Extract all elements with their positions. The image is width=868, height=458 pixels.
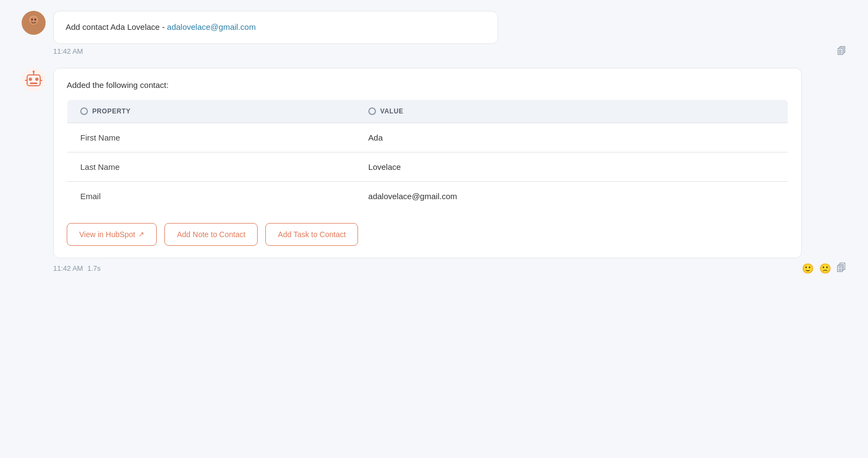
copy-icon[interactable]: 🗐 bbox=[837, 46, 846, 57]
table-row: Last Name Lovelace bbox=[67, 152, 788, 181]
property-header-label: PROPERTY bbox=[92, 107, 131, 115]
user-avatar bbox=[22, 11, 46, 35]
bot-timestamp-row: 11:42 AM 1.7s 🙂 🙁 🗐 bbox=[53, 263, 846, 275]
bot-intro-text: Added the following contact: bbox=[67, 80, 788, 90]
svg-rect-10 bbox=[30, 82, 37, 84]
user-message-timestamp-row: 11:42 AM 🗐 bbox=[53, 46, 846, 57]
value-circle-icon bbox=[368, 107, 376, 115]
contact-table: PROPERTY VALUE First Name bbox=[67, 99, 788, 211]
value-column-header: VALUE bbox=[355, 99, 788, 123]
add-note-label: Add Note to Contact bbox=[177, 230, 245, 239]
table-row: First Name Ada bbox=[67, 123, 788, 152]
message-prefix: Add contact Ada Lovelace - bbox=[66, 22, 167, 31]
add-note-button[interactable]: Add Note to Contact bbox=[164, 223, 258, 246]
add-task-button[interactable]: Add Task to Contact bbox=[265, 223, 358, 246]
user-message-bubble: Add contact Ada Lovelace - adalovelace@g… bbox=[53, 11, 498, 44]
svg-point-12 bbox=[33, 71, 35, 73]
property-cell: First Name bbox=[67, 123, 355, 152]
bot-message-bubble: Added the following contact: PROPERTY bbox=[53, 68, 802, 258]
svg-point-5 bbox=[35, 18, 36, 21]
thumbs-up-icon[interactable]: 🙂 bbox=[802, 263, 814, 275]
bot-timestamp: 11:42 AM bbox=[53, 264, 83, 272]
user-message-text: Add contact Ada Lovelace - adalovelace@g… bbox=[66, 22, 256, 31]
user-timestamp: 11:42 AM bbox=[53, 47, 83, 55]
table-row: Email adalovelace@gmail.com bbox=[67, 181, 788, 211]
property-circle-icon bbox=[80, 107, 88, 115]
table-header-row: PROPERTY VALUE bbox=[67, 99, 788, 123]
bot-message-row: Added the following contact: PROPERTY bbox=[22, 68, 846, 258]
svg-point-9 bbox=[35, 78, 39, 81]
thumbs-down-icon[interactable]: 🙁 bbox=[819, 263, 831, 275]
bot-avatar bbox=[22, 68, 46, 92]
value-cell: adalovelace@gmail.com bbox=[355, 181, 788, 211]
add-task-label: Add Task to Contact bbox=[278, 230, 346, 239]
svg-point-4 bbox=[31, 18, 33, 21]
view-hubspot-label: View in HubSpot bbox=[79, 230, 135, 239]
property-cell: Email bbox=[67, 181, 355, 211]
view-hubspot-button[interactable]: View in HubSpot ↗ bbox=[67, 223, 157, 246]
reaction-icons: 🙂 🙁 🗐 bbox=[802, 263, 846, 275]
action-buttons: View in HubSpot ↗ Add Note to Contact Ad… bbox=[67, 223, 788, 246]
property-column-header: PROPERTY bbox=[67, 99, 355, 123]
value-cell: Ada bbox=[355, 123, 788, 152]
value-cell: Lovelace bbox=[355, 152, 788, 181]
user-message-row: Add contact Ada Lovelace - adalovelace@g… bbox=[22, 11, 846, 44]
svg-point-8 bbox=[29, 78, 32, 81]
external-link-icon: ↗ bbox=[138, 230, 144, 238]
value-header-label: VALUE bbox=[380, 107, 404, 115]
message-email: adalovelace@gmail.com bbox=[167, 22, 256, 31]
copy-response-icon[interactable]: 🗐 bbox=[837, 263, 846, 274]
bot-duration: 1.7s bbox=[87, 264, 101, 272]
property-cell: Last Name bbox=[67, 152, 355, 181]
chat-container: Add contact Ada Lovelace - adalovelace@g… bbox=[22, 11, 846, 275]
